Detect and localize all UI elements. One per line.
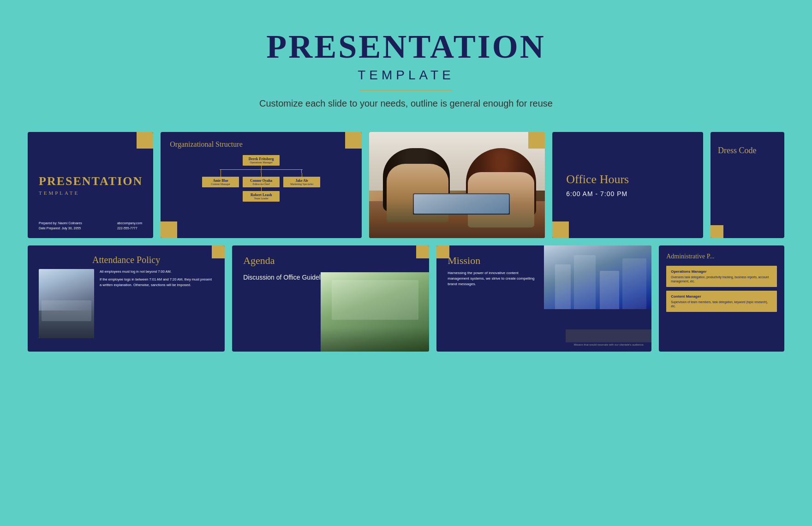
org-node-top: Derek Fritsberg Operations Manager — [243, 155, 280, 166]
header-section: PRESENTATION TEMPLATE Customize each sli… — [0, 0, 812, 123]
slide-administrative[interactable]: Administrative P... Operations Manager O… — [659, 245, 784, 352]
accent-bottom-left-4 — [552, 221, 569, 238]
photo-bg — [369, 132, 545, 238]
slide6-title: Attendance Policy — [39, 255, 214, 265]
org-node-mid-center: Connor Oyaha Editor-in-Chief — [243, 173, 280, 187]
org-v-line-1 — [261, 166, 262, 169]
slide-dress-code[interactable]: Dress Code — [710, 132, 784, 238]
slide5-title: Dress Code — [718, 146, 757, 155]
slide-org-structure[interactable]: Organizational Structure Derek Fritsberg… — [161, 132, 362, 238]
accent-top-right-6 — [212, 245, 225, 258]
org-mid-row: Amie Blue Content Manager Connor Oyaha E… — [202, 173, 320, 187]
page-title: PRESENTATION — [9, 28, 803, 66]
slide1-meta-right: abccompany.com 222-555-7777 — [117, 221, 142, 231]
slide-presentation-title[interactable]: PRESENTATION TEMPLATE Prepared by: Naomi… — [28, 132, 153, 238]
slide9-box2: Content Manager Supervision of team memb… — [666, 291, 777, 312]
header-divider — [360, 90, 452, 91]
slides-row-1: PRESENTATION TEMPLATE Prepared by: Naomi… — [28, 132, 784, 238]
slide1-meta: Prepared by: Naomi Colinares Date Prepar… — [39, 221, 142, 231]
org-node-mid-left: Amie Blue Content Manager — [202, 173, 239, 187]
accent-top-right — [137, 132, 153, 149]
page-subtitle: TEMPLATE — [9, 68, 803, 83]
slide1-main-title: PRESENTATION — [39, 174, 143, 188]
org-h-connector — [210, 169, 312, 173]
slides-row-2: Attendance Policy All employees must log… — [28, 245, 784, 352]
laptop-screen — [413, 193, 510, 215]
slide-photo[interactable] — [369, 132, 545, 238]
accent-top-left-8 — [436, 245, 449, 258]
slide8-bottom-text: Mission that would resonate with our cli… — [574, 343, 645, 346]
header-description: Customize each slide to your needs, outl… — [9, 98, 803, 109]
accent-top-right-2 — [345, 132, 362, 149]
slide9-box1: Operations Manager Oversees task delegat… — [666, 266, 777, 287]
slide8-photo — [544, 245, 651, 309]
accent-top-right-3 — [528, 132, 545, 149]
slide1-meta-left: Prepared by: Naomi Colinares Date Prepar… — [39, 221, 82, 231]
slide1-sub-title: TEMPLATE — [39, 190, 79, 196]
photo-frame — [369, 132, 545, 238]
slide4-time: 6:00 AM - 7:00 PM — [566, 190, 627, 197]
slide-office-hours[interactable]: Office Hours 6:00 AM - 7:00 PM — [552, 132, 703, 238]
org-node-mid-right: Jake Ale Marketing Specialist — [283, 173, 320, 187]
accent-bottom-left-2 — [161, 221, 177, 238]
accent-bottom-left-5 — [710, 225, 723, 238]
slide7-photo — [321, 272, 429, 352]
slide-attendance[interactable]: Attendance Policy All employees must log… — [28, 245, 225, 352]
slide-mission[interactable]: Mission Harnessing the power of innovati… — [436, 245, 651, 352]
slide8-text: Harnessing the power of innovative conte… — [448, 270, 540, 287]
slide6-content: All employees must log in not beyond 7:0… — [39, 269, 214, 338]
slides-container: PRESENTATION TEMPLATE Prepared by: Naomi… — [0, 123, 812, 370]
org-v-line-2 — [261, 187, 262, 191]
slide9-title: Administrative P... — [666, 253, 777, 260]
slide6-text: All employees must log in not beyond 7:0… — [100, 269, 214, 338]
org-node-bottom: Robert Leash Team Leader — [243, 191, 280, 202]
slide-agenda[interactable]: Agenda Discussion of Office Guidelines — [232, 245, 429, 352]
slide2-title: Organizational Structure — [170, 140, 352, 149]
accent-top-right-7 — [416, 245, 429, 258]
slide7-title: Agenda — [243, 255, 418, 267]
slide8-accent — [566, 329, 651, 342]
slide6-image — [39, 269, 94, 338]
org-chart: Derek Fritsberg Operations Manager — [170, 155, 352, 202]
slide4-title: Office Hours — [566, 173, 629, 186]
